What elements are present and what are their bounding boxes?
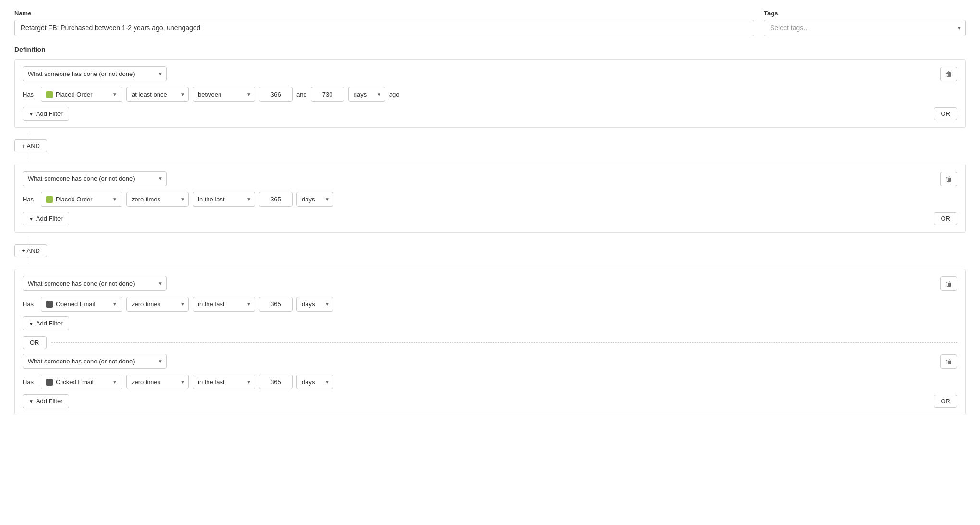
value-input-4[interactable] <box>259 375 293 389</box>
unit-wrapper-3: days weeks ▼ <box>296 297 333 312</box>
value-input-1a[interactable] <box>259 87 293 102</box>
frequency-select-2[interactable]: zero times at least once <box>126 192 189 207</box>
value-input-3[interactable] <box>259 297 293 312</box>
add-filter-button-2[interactable]: Add Filter <box>23 212 69 225</box>
connector-line-2 <box>28 238 28 244</box>
timeframe-wrapper-2: in the last between over all time ▼ <box>193 192 255 207</box>
condition-type-select-1[interactable]: What someone has done (or not done) <box>23 66 167 81</box>
timeframe-wrapper-4: in the last between over all time ▼ <box>193 375 255 389</box>
or-button-1[interactable]: OR <box>934 107 958 120</box>
filter-icon-1 <box>29 110 34 117</box>
condition-footer-4: Add Filter OR <box>23 394 957 408</box>
has-label-2: Has <box>23 196 37 203</box>
frequency-select-3[interactable]: zero times at least once <box>126 297 189 312</box>
tags-select[interactable]: Select tags... <box>764 20 966 36</box>
unit-select-4[interactable]: days weeks <box>296 375 333 389</box>
frequency-wrapper-4: zero times at least once ▼ <box>126 375 189 389</box>
filter-icon-4 <box>29 398 34 405</box>
event-name-1: Placed Order <box>56 91 93 98</box>
name-section: Name <box>14 10 754 36</box>
and-text-1: and <box>296 91 307 98</box>
value-input-1b[interactable] <box>311 87 344 102</box>
tags-section: Tags Select tags... ▼ <box>764 10 966 36</box>
condition-type-wrapper-3: What someone has done (or not done) ▼ <box>23 276 167 291</box>
unit-select-2[interactable]: days weeks <box>296 192 333 207</box>
or-button-4[interactable]: OR <box>934 395 958 408</box>
add-filter-button-1[interactable]: Add Filter <box>23 107 69 121</box>
definition-label: Definition <box>14 46 966 53</box>
condition-block-1: What someone has done (or not done) ▼ 🗑 … <box>14 59 966 128</box>
condition-type-select-2[interactable]: What someone has done (or not done) <box>23 171 167 186</box>
frequency-wrapper-3: zero times at least once ▼ <box>126 297 189 312</box>
timeframe-select-1[interactable]: between in the last over all time <box>193 87 255 102</box>
value-input-2[interactable] <box>259 192 293 207</box>
event-select-1[interactable]: Placed Order ▼ <box>41 87 122 102</box>
add-filter-button-3[interactable]: Add Filter <box>23 316 69 330</box>
connector-line-1 <box>28 133 28 139</box>
and-button-1[interactable]: + AND <box>14 139 47 152</box>
event-chevron-2: ▼ <box>112 197 117 202</box>
filter-icon-3 <box>29 320 34 327</box>
event-chevron-1: ▼ <box>112 92 117 97</box>
and-connector-1: + AND <box>14 133 966 159</box>
condition-3-inner: What someone has done (or not done) ▼ 🗑 … <box>23 276 957 330</box>
timeframe-select-4[interactable]: in the last between over all time <box>193 375 255 389</box>
has-label-4: Has <box>23 378 37 386</box>
delete-button-4[interactable]: 🗑 <box>940 354 957 369</box>
name-input[interactable] <box>14 20 754 36</box>
timeframe-select-3[interactable]: in the last between over all time <box>193 297 255 312</box>
event-select-2[interactable]: Placed Order ▼ <box>41 192 122 207</box>
event-select-4[interactable]: Clicked Email ▼ <box>41 375 122 389</box>
event-name-3: Opened Email <box>56 300 95 308</box>
frequency-select-4[interactable]: zero times at least once <box>126 375 189 389</box>
and-connector-2: + AND <box>14 238 966 264</box>
unit-wrapper-1: days weeks ▼ <box>348 87 385 102</box>
condition-row-3: Has Opened Email ▼ zero times at least o… <box>23 297 957 312</box>
add-filter-row-3: Add Filter <box>23 316 957 330</box>
unit-select-1[interactable]: days weeks <box>348 87 385 102</box>
condition-row-4: Has Clicked Email ▼ zero times at least … <box>23 375 957 389</box>
condition-block-2: What someone has done (or not done) ▼ 🗑 … <box>14 164 966 233</box>
frequency-wrapper-1: at least once zero times ▼ <box>126 87 189 102</box>
timeframe-wrapper-3: in the last between over all time ▼ <box>193 297 255 312</box>
or-separator-line <box>51 342 958 343</box>
condition-footer-2: Add Filter OR <box>23 212 957 225</box>
has-label-3: Has <box>23 300 37 308</box>
timeframe-select-2[interactable]: in the last between over all time <box>193 192 255 207</box>
shopify-icon-2 <box>46 196 53 203</box>
condition-row-1: Has Placed Order ▼ at least once zero ti… <box>23 87 957 102</box>
or-button-2[interactable]: OR <box>934 212 958 225</box>
condition-type-wrapper-1: What someone has done (or not done) ▼ <box>23 66 167 81</box>
delete-button-1[interactable]: 🗑 <box>940 67 957 81</box>
condition-type-wrapper-2: What someone has done (or not done) ▼ <box>23 171 167 186</box>
condition-type-select-4[interactable]: What someone has done (or not done) <box>23 354 167 369</box>
connector-line-1b <box>28 152 28 159</box>
frequency-select-1[interactable]: at least once zero times <box>126 87 189 102</box>
tags-label: Tags <box>764 10 966 17</box>
condition-footer-1: Add Filter OR <box>23 107 957 121</box>
unit-wrapper-2: days weeks ▼ <box>296 192 333 207</box>
event-chevron-4: ▼ <box>112 379 117 385</box>
or-separator-button[interactable]: OR <box>23 336 47 349</box>
email-icon-3 <box>46 301 53 308</box>
delete-button-2[interactable]: 🗑 <box>940 172 957 186</box>
condition-row-2: Has Placed Order ▼ zero times at least o… <box>23 192 957 207</box>
and-button-2[interactable]: + AND <box>14 244 47 257</box>
has-label-1: Has <box>23 91 37 98</box>
condition-type-select-3[interactable]: What someone has done (or not done) <box>23 276 167 291</box>
condition-header-1: What someone has done (or not done) ▼ 🗑 <box>23 66 957 81</box>
or-separator: OR <box>23 336 957 349</box>
shopify-icon-1 <box>46 91 53 98</box>
add-filter-button-4[interactable]: Add Filter <box>23 394 69 408</box>
name-label: Name <box>14 10 754 17</box>
filter-icon-2 <box>29 215 34 222</box>
condition-block-group: What someone has done (or not done) ▼ 🗑 … <box>14 269 966 415</box>
delete-button-3[interactable]: 🗑 <box>940 276 957 291</box>
ago-text-1: ago <box>389 91 400 98</box>
unit-select-3[interactable]: days weeks <box>296 297 333 312</box>
unit-wrapper-4: days weeks ▼ <box>296 375 333 389</box>
condition-type-wrapper-4: What someone has done (or not done) ▼ <box>23 354 167 369</box>
condition-header-3: What someone has done (or not done) ▼ 🗑 <box>23 276 957 291</box>
condition-4-inner: What someone has done (or not done) ▼ 🗑 … <box>23 354 957 408</box>
event-select-3[interactable]: Opened Email ▼ <box>41 297 122 312</box>
